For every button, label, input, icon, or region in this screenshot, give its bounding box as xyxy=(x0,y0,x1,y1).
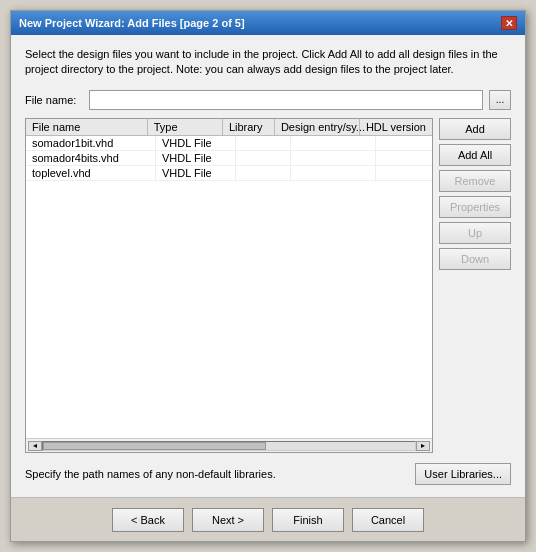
cell-filename-1: somador4bits.vhd xyxy=(26,151,156,165)
close-button[interactable]: ✕ xyxy=(501,16,517,30)
browse-button[interactable]: ... xyxy=(489,90,511,110)
cell-filename-0: somador1bit.vhd xyxy=(26,136,156,150)
file-name-label: File name: xyxy=(25,94,83,106)
col-header-filename: File name xyxy=(26,119,148,135)
bottom-info-row: Specify the path names of any non-defaul… xyxy=(25,463,511,485)
cell-design-0 xyxy=(291,136,376,150)
next-button[interactable]: Next > xyxy=(192,508,264,532)
h-scrollbar-thumb[interactable] xyxy=(43,442,266,450)
file-name-row: File name: ... xyxy=(25,90,511,110)
scroll-right-arrow[interactable]: ▸ xyxy=(416,441,430,451)
cell-design-1 xyxy=(291,151,376,165)
table-row[interactable]: toplevel.vhd VHDL File xyxy=(26,166,432,181)
title-bar: New Project Wizard: Add Files [page 2 of… xyxy=(11,11,525,35)
cell-type-1: VHDL File xyxy=(156,151,236,165)
scroll-left-arrow[interactable]: ◂ xyxy=(28,441,42,451)
cell-hdl-0 xyxy=(376,136,432,150)
table-row[interactable]: somador1bit.vhd VHDL File xyxy=(26,136,432,151)
cell-library-0 xyxy=(236,136,291,150)
description-text: Select the design files you want to incl… xyxy=(25,47,511,78)
cell-type-2: VHDL File xyxy=(156,166,236,180)
cancel-button[interactable]: Cancel xyxy=(352,508,424,532)
main-window: New Project Wizard: Add Files [page 2 of… xyxy=(10,10,526,542)
file-table: File name Type Library Design entry/sy..… xyxy=(25,118,433,453)
table-row[interactable]: somador4bits.vhd VHDL File xyxy=(26,151,432,166)
window-title: New Project Wizard: Add Files [page 2 of… xyxy=(19,17,245,29)
cell-type-0: VHDL File xyxy=(156,136,236,150)
cell-design-2 xyxy=(291,166,376,180)
file-name-input[interactable] xyxy=(89,90,483,110)
remove-button[interactable]: Remove xyxy=(439,170,511,192)
table-header: File name Type Library Design entry/sy..… xyxy=(26,119,432,136)
side-buttons-panel: Add Add All Remove Properties Up Down xyxy=(439,118,511,453)
cell-library-2 xyxy=(236,166,291,180)
col-header-hdl: HDL version xyxy=(360,119,432,135)
col-header-library: Library xyxy=(223,119,275,135)
cell-hdl-2 xyxy=(376,166,432,180)
up-button[interactable]: Up xyxy=(439,222,511,244)
back-button[interactable]: < Back xyxy=(112,508,184,532)
col-header-type: Type xyxy=(148,119,223,135)
h-scrollbar-track[interactable] xyxy=(42,441,416,451)
cell-filename-2: toplevel.vhd xyxy=(26,166,156,180)
horizontal-scrollbar-area: ◂ ▸ xyxy=(26,438,432,452)
down-button[interactable]: Down xyxy=(439,248,511,270)
table-body: somador1bit.vhd VHDL File somador4bits.v… xyxy=(26,136,432,438)
main-area: File name Type Library Design entry/sy..… xyxy=(25,118,511,453)
properties-button[interactable]: Properties xyxy=(439,196,511,218)
bottom-info-text: Specify the path names of any non-defaul… xyxy=(25,468,276,480)
content-area: Select the design files you want to incl… xyxy=(11,35,525,497)
col-header-design: Design entry/sy... xyxy=(275,119,360,135)
finish-button[interactable]: Finish xyxy=(272,508,344,532)
cell-library-1 xyxy=(236,151,291,165)
footer: < Back Next > Finish Cancel xyxy=(11,497,525,541)
user-libraries-button[interactable]: User Libraries... xyxy=(415,463,511,485)
cell-hdl-1 xyxy=(376,151,432,165)
add-button[interactable]: Add xyxy=(439,118,511,140)
add-all-button[interactable]: Add All xyxy=(439,144,511,166)
